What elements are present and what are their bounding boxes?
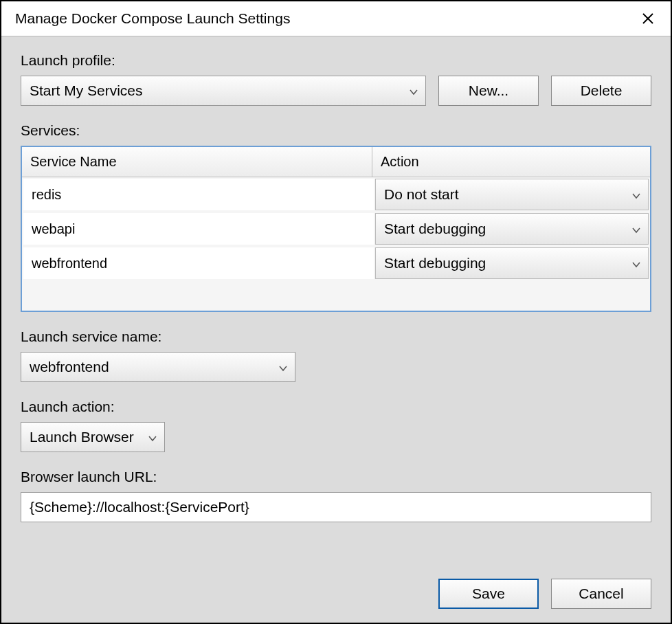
column-header-service-name[interactable]: Service Name: [22, 147, 372, 177]
column-header-action-label: Action: [381, 154, 419, 170]
service-name-text: redis: [32, 187, 61, 203]
service-action-combo[interactable]: Start debugging: [375, 213, 649, 245]
launch-service-name-combo[interactable]: webfrontend: [21, 352, 295, 382]
launch-service-name-label: Launch service name:: [21, 328, 651, 345]
chevron-down-icon: [278, 359, 288, 375]
launch-profile-combo[interactable]: Start My Services: [21, 76, 426, 106]
service-name-cell[interactable]: redis: [23, 179, 374, 210]
window-title: Manage Docker Compose Launch Settings: [15, 10, 290, 27]
launch-action-combo[interactable]: Launch Browser: [21, 422, 165, 452]
delete-button-label: Delete: [581, 82, 623, 99]
close-icon: [642, 12, 654, 25]
service-action-cell: Start debugging: [375, 247, 649, 279]
browser-launch-url-label: Browser launch URL:: [21, 469, 651, 485]
table-row: webapiStart debugging: [22, 212, 650, 246]
column-header-action[interactable]: Action: [372, 147, 650, 177]
column-header-service-name-label: Service Name: [30, 154, 117, 170]
chevron-down-icon: [409, 82, 418, 99]
launch-service-name-value: webfrontend: [30, 359, 109, 375]
launch-profile-label: Launch profile:: [21, 52, 651, 69]
chevron-down-icon: [631, 221, 641, 237]
close-button[interactable]: [638, 8, 658, 29]
title-bar: Manage Docker Compose Launch Settings: [1, 1, 671, 37]
table-row: redisDo not start: [22, 177, 650, 212]
service-name-text: webapi: [32, 221, 75, 237]
launch-profile-value: Start My Services: [30, 82, 143, 99]
service-action-cell: Do not start: [375, 179, 649, 210]
service-action-cell: Start debugging: [375, 213, 649, 245]
services-grid-empty-area: [22, 280, 650, 311]
browser-launch-url-input[interactable]: [21, 492, 651, 522]
delete-button[interactable]: Delete: [551, 76, 651, 106]
service-action-value: Start debugging: [384, 255, 486, 271]
dialog-body: Launch profile: Start My Services New...…: [1, 37, 671, 623]
service-action-value: Start debugging: [384, 221, 486, 237]
chevron-down-icon: [148, 429, 157, 445]
services-grid-header: Service Name Action: [22, 147, 650, 177]
service-action-combo[interactable]: Do not start: [375, 179, 649, 210]
chevron-down-icon: [631, 255, 641, 271]
services-grid: Service Name Action redisDo not startweb…: [21, 146, 651, 312]
service-action-value: Do not start: [384, 186, 459, 203]
launch-action-value: Launch Browser: [30, 429, 134, 445]
dialog-footer: Save Cancel: [438, 579, 651, 609]
cancel-button-label: Cancel: [579, 586, 623, 602]
services-grid-body: redisDo not startwebapiStart debuggingwe…: [22, 177, 650, 280]
service-name-text: webfrontend: [32, 256, 107, 271]
chevron-down-icon: [631, 186, 641, 203]
new-button[interactable]: New...: [438, 76, 539, 106]
save-button[interactable]: Save: [438, 579, 539, 609]
service-name-cell[interactable]: webapi: [23, 213, 374, 245]
service-name-cell[interactable]: webfrontend: [23, 247, 374, 279]
cancel-button[interactable]: Cancel: [551, 579, 651, 609]
launch-action-label: Launch action:: [21, 399, 651, 415]
service-action-combo[interactable]: Start debugging: [375, 247, 649, 279]
save-button-label: Save: [472, 586, 505, 602]
table-row: webfrontendStart debugging: [22, 246, 650, 280]
new-button-label: New...: [469, 82, 508, 99]
services-label: Services:: [21, 122, 651, 139]
